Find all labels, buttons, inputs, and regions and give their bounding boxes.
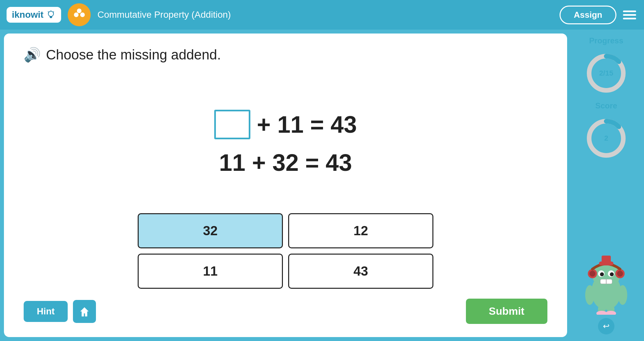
blank-box xyxy=(214,110,250,139)
equation-line-2: 11 + 32 = 43 xyxy=(219,149,352,176)
main-wrapper: 🔊 Choose the missing addend. + 11 = 43 1… xyxy=(0,30,644,341)
progress-value: 2/15 xyxy=(599,69,613,78)
submit-button[interactable]: Submit xyxy=(466,299,547,324)
equation-area: + 11 = 43 11 + 32 = 43 xyxy=(24,73,547,213)
svg-point-33 xyxy=(606,311,616,315)
eq-result: 43 xyxy=(331,111,357,138)
progress-label: Progress xyxy=(589,36,623,45)
svg-point-19 xyxy=(610,272,614,276)
sidebar: Progress 2/15 Score 2 xyxy=(568,30,644,341)
choice-32[interactable]: 32 xyxy=(138,213,283,248)
svg-point-0 xyxy=(48,11,54,16)
lesson-dots-icon xyxy=(72,8,87,22)
choices-grid: 32 12 11 43 xyxy=(138,213,433,289)
svg-marker-9 xyxy=(80,307,89,316)
eq-equals: = xyxy=(310,111,324,138)
equation-line-1: + 11 = 43 xyxy=(214,110,357,139)
question-text: Choose the missing addend. xyxy=(46,47,221,63)
svg-point-25 xyxy=(617,271,623,277)
back-icon: ↩ xyxy=(603,322,610,331)
choice-11[interactable]: 11 xyxy=(138,254,283,289)
menu-line-1 xyxy=(623,11,636,12)
mascot-icon xyxy=(580,249,632,315)
menu-button[interactable] xyxy=(622,9,637,21)
menu-line-2 xyxy=(623,14,636,16)
svg-point-24 xyxy=(589,271,595,277)
logo-text: iknowit xyxy=(12,10,43,20)
content-area: 🔊 Choose the missing addend. + 11 = 43 1… xyxy=(4,34,567,337)
svg-line-5 xyxy=(48,11,49,12)
back-button[interactable]: ↩ xyxy=(598,318,614,334)
svg-rect-2 xyxy=(50,17,52,18)
progress-donut: 2/15 xyxy=(585,52,628,95)
lesson-title: Commutative Property (Addition) xyxy=(97,10,231,20)
svg-point-29 xyxy=(618,285,627,305)
home-button[interactable] xyxy=(73,300,96,323)
header-right: Assign xyxy=(560,6,637,24)
menu-line-3 xyxy=(623,18,636,19)
eq-num: 11 xyxy=(277,111,304,138)
svg-point-6 xyxy=(74,12,79,17)
lesson-icon xyxy=(68,3,91,26)
score-value: 2 xyxy=(604,134,608,143)
score-label: Score xyxy=(595,101,617,110)
eq-plus: + xyxy=(257,111,271,138)
speaker-icon[interactable]: 🔊 xyxy=(24,47,41,63)
svg-point-28 xyxy=(585,285,594,305)
question-header: 🔊 Choose the missing addend. xyxy=(24,47,547,63)
mascot-area: ↩ xyxy=(580,249,632,334)
bottom-left: Hint xyxy=(24,300,96,323)
logo-area: iknowit xyxy=(7,7,61,23)
svg-line-4 xyxy=(53,11,54,12)
header: iknowit Commutative Property (Addition) … xyxy=(0,0,644,30)
bottom-bar: Hint Submit xyxy=(24,299,547,324)
hint-button[interactable]: Hint xyxy=(24,301,68,322)
home-icon xyxy=(79,305,90,318)
svg-point-8 xyxy=(77,9,81,13)
choice-12[interactable]: 12 xyxy=(288,213,433,248)
score-donut: 2 xyxy=(585,117,628,160)
logo-bulb-icon xyxy=(46,10,56,20)
assign-button[interactable]: Assign xyxy=(560,6,616,24)
svg-point-32 xyxy=(596,311,607,315)
svg-point-7 xyxy=(80,12,85,17)
svg-rect-1 xyxy=(50,16,52,17)
choice-43[interactable]: 43 xyxy=(288,254,433,289)
svg-point-18 xyxy=(600,272,604,276)
svg-rect-27 xyxy=(602,256,611,263)
